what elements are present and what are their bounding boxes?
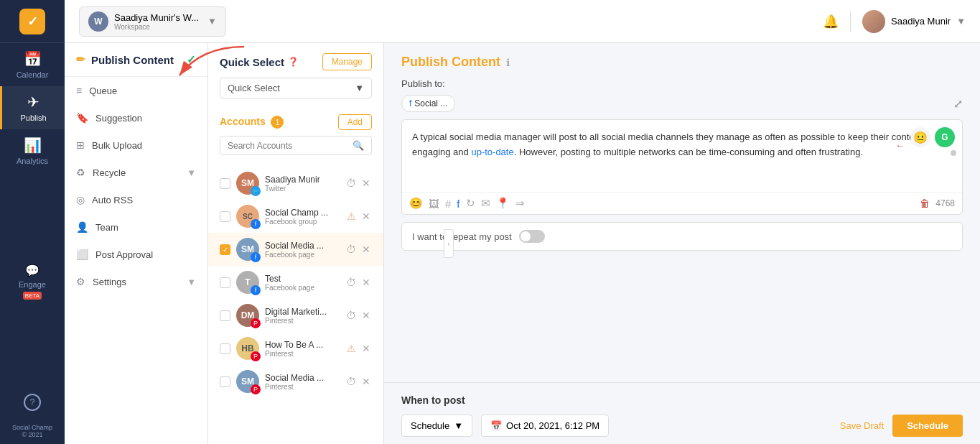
mail-toolbar-icon[interactable]: ✉ — [481, 197, 490, 210]
sidebar-item-label: Publish — [20, 114, 46, 122]
list-item[interactable]: ✓ SM f Social Media ... Facebook page ⏱ … — [208, 233, 383, 266]
menu-item-suggestion[interactable]: 🔖 Suggestion — [65, 104, 207, 131]
sidebar-item-label: Engage — [19, 280, 46, 289]
sidebar-item-engage[interactable]: 💬 Engage BETA — [0, 256, 65, 302]
suggestion-icon: 🔖 — [76, 112, 88, 124]
post-approval-icon: ⬜ — [76, 249, 88, 260]
emoji-button[interactable]: 😐 — [910, 127, 930, 147]
menu-item-auto-rss[interactable]: ◎ Auto RSS — [65, 186, 207, 213]
publish-chip[interactable]: f Social ... — [401, 95, 455, 112]
account-remove-button[interactable]: ✕ — [360, 277, 372, 288]
facebook-toolbar-icon[interactable]: f — [457, 198, 459, 210]
account-remove-button[interactable]: ✕ — [360, 310, 372, 321]
quick-select-dropdown[interactable]: Quick Select ▼ — [220, 78, 372, 98]
account-checkbox[interactable] — [220, 211, 230, 222]
account-remove-button[interactable]: ✕ — [360, 211, 372, 222]
list-item[interactable]: SM P Social Media ... Pinterest ⏱ ✕ — [208, 365, 383, 398]
workspace-selector[interactable]: W Saadiya Munir's W... Workspace ▼ — [79, 6, 226, 37]
accounts-section: Accounts 1 Add 🔍 — [208, 114, 383, 167]
sidebar-item-calendar[interactable]: 📅 Calendar — [0, 43, 65, 86]
menu-item-queue[interactable]: ≡ Queue — [65, 77, 207, 104]
account-remove-button[interactable]: ✕ — [360, 244, 372, 255]
account-clock-button[interactable]: ⏱ — [345, 177, 358, 189]
auto-rss-icon: ◎ — [76, 194, 85, 205]
sidebar-item-label: Analytics — [17, 157, 48, 165]
recycle-icon: ♻ — [76, 167, 85, 178]
ai-button[interactable]: G — [935, 127, 955, 147]
notification-button[interactable]: 🔔 — [823, 14, 839, 29]
account-checkbox[interactable] — [220, 310, 230, 321]
account-clock-button[interactable]: ⏱ — [345, 310, 358, 321]
sidebar-item-publish[interactable]: ✈ Publish — [0, 86, 65, 129]
manage-button[interactable]: Manage — [322, 53, 372, 70]
account-checkbox[interactable] — [220, 343, 230, 354]
menu-item-label: Team — [95, 222, 118, 233]
account-actions: ⏱ ✕ — [345, 177, 372, 189]
account-info: Test Facebook page — [265, 274, 339, 292]
account-name: Test — [265, 274, 339, 284]
menu-item-post-approval[interactable]: ⬜ Post Approval — [65, 241, 207, 268]
menu-item-label: Auto RSS — [92, 195, 133, 205]
user-info[interactable]: Saadiya Munir ▼ — [862, 10, 966, 33]
account-clock-button[interactable]: ⏱ — [345, 244, 358, 255]
account-clock-button[interactable]: ⏱ — [345, 277, 358, 288]
account-checkbox[interactable] — [220, 277, 230, 288]
location-toolbar-icon[interactable]: 📍 — [496, 197, 510, 210]
accounts-count: 1 — [271, 116, 284, 129]
repeat-toggle[interactable] — [519, 230, 545, 243]
list-item[interactable]: SM 🐦 Saadiya Munir Twitter ⏱ ✕ — [208, 167, 383, 200]
schedule-chevron-icon: ▼ — [454, 420, 463, 431]
dot-indicator — [951, 150, 956, 156]
account-clock-button[interactable]: ⏱ — [345, 376, 358, 387]
account-remove-button[interactable]: ✕ — [360, 376, 372, 387]
account-checkbox[interactable]: ✓ — [220, 244, 230, 255]
trash-icon[interactable]: 🗑 — [920, 198, 930, 209]
list-item[interactable]: HB P How To Be A ... Pinterest ⚠ ✕ — [208, 332, 383, 365]
schedule-button[interactable]: Schedule — [892, 415, 963, 437]
bulk-upload-icon: ⊞ — [76, 139, 85, 151]
account-checkbox[interactable] — [220, 178, 230, 189]
account-warning-button[interactable]: ⚠ — [345, 343, 358, 354]
menu-item-settings[interactable]: ⚙ Settings ▼ — [65, 268, 207, 295]
account-type: Twitter — [265, 185, 339, 193]
workspace-sub: Workspace — [114, 23, 199, 31]
refresh-toolbar-icon[interactable]: ↻ — [466, 197, 475, 210]
account-type: Pinterest — [265, 317, 339, 325]
editor-content[interactable]: A typical social media manager will post… — [402, 120, 962, 192]
smiley-toolbar-icon[interactable]: 😊 — [409, 197, 423, 210]
schedule-dropdown[interactable]: Schedule ▼ — [401, 415, 472, 437]
save-draft-button[interactable]: Save Draft — [840, 420, 884, 431]
quick-select-help-icon: ❓ — [288, 57, 299, 67]
list-item[interactable]: T f Test Facebook page ⏱ ✕ — [208, 266, 383, 299]
account-remove-button[interactable]: ✕ — [360, 177, 372, 189]
editor-toolbar: 😊 🖼 # f ↻ ✉ 📍 ⇒ 🗑 4768 — [402, 192, 962, 214]
date-picker[interactable]: 📅 Oct 20, 2021, 6:12 PM — [481, 415, 609, 437]
add-account-button[interactable]: Add — [338, 114, 372, 130]
facebook-badge: f — [251, 252, 261, 262]
search-accounts-input[interactable] — [228, 141, 353, 151]
menu-item-team[interactable]: 👤 Team — [65, 213, 207, 241]
user-avatar-image — [862, 10, 885, 33]
menu-item-bulk-upload[interactable]: ⊞ Bulk Upload — [65, 131, 207, 159]
image-toolbar-icon[interactable]: 🖼 — [429, 198, 439, 210]
list-item[interactable]: SC f Social Champ ... Facebook group ⚠ ✕ — [208, 200, 383, 233]
account-info: Digital Marketi... Pinterest — [265, 307, 339, 325]
account-type: Facebook page — [265, 284, 339, 292]
workspace-avatar: W — [88, 11, 108, 32]
account-remove-button[interactable]: ✕ — [360, 343, 372, 354]
workspace-name: Saadiya Munir's W... — [114, 12, 199, 23]
link-toolbar-icon[interactable]: ⇒ — [515, 197, 525, 210]
facebook-chip-icon: f — [409, 98, 411, 108]
expand-editor-button[interactable]: ⤢ — [953, 95, 963, 112]
menu-item-recycle[interactable]: ♻ Recycle ▼ — [65, 159, 207, 186]
account-warning-button[interactable]: ⚠ — [345, 211, 358, 222]
list-item[interactable]: DM P Digital Marketi... Pinterest ⏱ ✕ — [208, 299, 383, 332]
sidebar: ✓ 📅 Calendar ✈ Publish 📊 Analytics 💬 Eng… — [0, 0, 65, 444]
sidebar-item-analytics[interactable]: 📊 Analytics — [0, 129, 65, 172]
repeat-row: I want to repeat my post — [401, 222, 963, 251]
account-actions: ⏱ ✕ — [345, 277, 372, 288]
account-checkbox[interactable] — [220, 376, 230, 387]
sidebar-item-help[interactable]: ? — [0, 387, 65, 418]
hashtag-toolbar-icon[interactable]: # — [445, 198, 451, 210]
account-actions: ⚠ ✕ — [345, 211, 372, 222]
